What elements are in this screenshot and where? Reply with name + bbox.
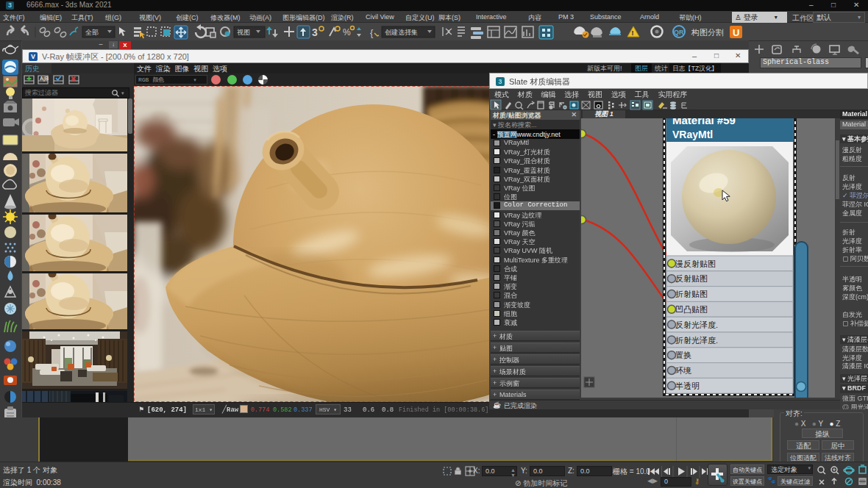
- svg-text:!: !: [632, 29, 634, 37]
- svg-text:{: {: [370, 27, 374, 38]
- svg-text:%: %: [343, 27, 351, 37]
- svg-text:创建选择集: 创建选择集: [385, 29, 418, 36]
- svg-text:置换: 置换: [675, 351, 691, 359]
- svg-text:视图: 视图: [237, 29, 250, 36]
- svg-text:U: U: [733, 27, 739, 38]
- svg-text:A|B: A|B: [40, 76, 49, 82]
- svg-text:漫反射贴图: 漫反射贴图: [675, 259, 716, 268]
- svg-text:全部: 全部: [85, 29, 99, 36]
- svg-text:反射贴图: 反射贴图: [675, 274, 708, 283]
- svg-text:O: O: [597, 103, 601, 110]
- svg-text:构图分割: 构图分割: [691, 28, 724, 37]
- svg-text:3: 3: [312, 26, 318, 38]
- svg-text:Material #59: Material #59: [672, 118, 736, 126]
- svg-text:半透明: 半透明: [675, 381, 700, 390]
- svg-text:折射光泽度.: 折射光泽度.: [675, 336, 718, 345]
- svg-text:环境: 环境: [675, 366, 691, 375]
- svg-text:QR: QR: [674, 29, 684, 36]
- svg-text:折射贴图: 折射贴图: [675, 290, 708, 298]
- svg-text:VRayMtl: VRayMtl: [672, 129, 713, 140]
- svg-text:反射光泽度.: 反射光泽度.: [675, 320, 718, 329]
- svg-text:凹凸贴图: 凹凸贴图: [675, 305, 708, 314]
